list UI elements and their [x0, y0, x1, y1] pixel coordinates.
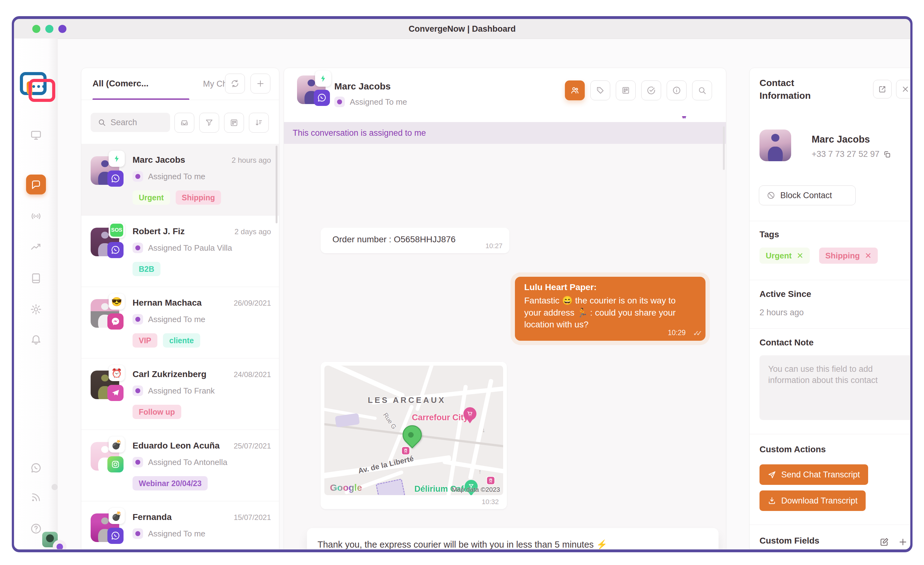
bomb-emoji-badge: 💣 [109, 436, 125, 452]
assign-agent-button[interactable] [565, 80, 585, 100]
message-outgoing[interactable]: Lulu Heart Paper: Fantastic 😄 the courie… [515, 277, 705, 341]
close-panel-button[interactable] [896, 80, 910, 98]
chat-list-item[interactable]: ⏰ Carl Zukrizenberg 24/08/2021 Assigned … [81, 358, 279, 430]
telegram-channel-badge-icon [107, 385, 123, 401]
dashboard-icon[interactable] [30, 129, 42, 141]
tab-all-conversations[interactable]: All (Comerc... [93, 78, 148, 89]
divider [750, 524, 910, 525]
sort-button[interactable] [249, 113, 269, 133]
traffic-light-minimize[interactable] [45, 25, 53, 33]
assigned-label: Assigned To me [148, 529, 206, 539]
paper-plane-icon [768, 470, 776, 479]
traffic-light-zoom[interactable] [58, 25, 66, 33]
message-location[interactable]: LES ARCEAUX Rue G Carrefour City ↓ ↑ Av.… [321, 362, 507, 509]
download-transcript-button[interactable]: Download Transcript [759, 490, 866, 511]
remove-tag-icon[interactable]: ✕ [797, 251, 804, 261]
external-link-icon [878, 85, 887, 93]
map-park [335, 413, 360, 427]
search-input[interactable]: Search [91, 113, 170, 132]
conversation-scrollbar[interactable] [723, 126, 725, 170]
divider [750, 280, 910, 280]
message-time: 10:27 [485, 242, 502, 250]
message-text: Order number : O5658HHJJ876 [332, 234, 456, 245]
message-time: 10:32 [482, 498, 499, 506]
knowledge-base-icon[interactable] [30, 272, 42, 284]
google-logo: Google [330, 482, 362, 493]
assigned-dot [132, 457, 143, 467]
search-conversation-button[interactable] [692, 80, 712, 100]
logo-dots [32, 85, 45, 88]
whatsapp-channel-badge-icon [107, 528, 123, 544]
tag-icon [596, 86, 605, 95]
tag-webinar[interactable]: Webinar 20/04/23 [132, 476, 208, 490]
chat-list-item[interactable]: SOS Robert J. Fiz 2 days ago Assigned To… [81, 215, 279, 287]
whatsapp-channel-icon[interactable] [30, 462, 42, 474]
chat-list-item[interactable]: 💣 Eduardo Leon Acuña 25/07/2021 Assigned… [81, 430, 279, 501]
analytics-icon[interactable] [30, 241, 42, 253]
inbox-filter-button[interactable] [174, 113, 194, 133]
map-street-label: Rue G [382, 412, 398, 431]
contact-name: Fernanda [132, 512, 172, 522]
contact-name: Carl Zukrizenberg [132, 369, 206, 379]
chat-list-item[interactable]: 💣 Fernanda 15/07/2021 Assigned To me [81, 501, 279, 549]
block-contact-button[interactable]: Block Contact [759, 185, 856, 205]
add-custom-field-button[interactable] [898, 537, 909, 548]
message-incoming[interactable]: Order number : O5658HHJJ876 10:27 [321, 228, 509, 253]
assigned-dot [132, 243, 143, 253]
window-title: ConvergeNow | Dashboard [408, 24, 516, 34]
refresh-button[interactable] [225, 74, 245, 93]
tag-shipping[interactable]: Shipping [176, 191, 221, 205]
filter-button[interactable] [199, 113, 219, 133]
tag-cliente[interactable]: cliente [163, 333, 200, 347]
tag-urgent[interactable]: Urgent [132, 191, 170, 205]
map-area-label: LES ARCEAUX [368, 395, 446, 405]
copy-icon[interactable] [883, 150, 891, 158]
send-transcript-button[interactable]: Send Chat Transcript [759, 464, 868, 485]
kanban-icon [230, 118, 238, 127]
chat-list-item[interactable]: Marc Jacobs 2 hours ago Assigned To me U… [81, 144, 279, 215]
traffic-light-close[interactable] [32, 25, 40, 33]
settings-icon[interactable] [30, 304, 42, 315]
remove-tag-icon[interactable]: ✕ [865, 251, 872, 261]
tags-section-title: Tags [759, 230, 779, 239]
edit-icon [879, 537, 889, 547]
lightning-badge-icon [315, 71, 331, 87]
whatsapp-channel-badge-icon [314, 90, 330, 106]
sos-badge: SOS [109, 222, 125, 238]
chat-time: 25/07/2021 [231, 441, 271, 451]
help-icon[interactable] [30, 523, 42, 535]
contact-name: Hernan Machaca [132, 298, 202, 308]
active-since-value: 2 hours ago [759, 308, 804, 317]
contact-name: Eduardo Leon Acuña [132, 441, 220, 451]
tag-urgent[interactable]: Urgent✕ [759, 248, 810, 264]
assigned-dot [132, 171, 143, 182]
edit-custom-fields-button[interactable] [879, 537, 890, 548]
messenger-channel-badge-icon [107, 313, 123, 329]
chat-time: 26/09/2021 [231, 299, 271, 308]
status-feed-icon[interactable] [30, 491, 42, 503]
tag-vip[interactable]: VIP [132, 333, 158, 347]
tag-b2b[interactable]: B2B [132, 262, 160, 276]
broadcast-icon[interactable] [30, 210, 42, 222]
contact-note-input[interactable]: You can use this field to add informatio… [759, 355, 910, 420]
composer-input[interactable]: Thank you, the express courier will be w… [318, 539, 608, 549]
new-chat-button[interactable] [250, 74, 270, 93]
app-logo[interactable] [20, 72, 52, 99]
custom-actions-title: Custom Actions [759, 445, 826, 454]
search-icon [698, 86, 707, 95]
tag-follow-up[interactable]: Follow up [132, 405, 181, 419]
chat-list-scrollbar[interactable] [276, 146, 278, 223]
chat-list-item[interactable]: 😎 Hernan Machaca 26/09/2021 Assigned To … [81, 287, 279, 358]
refresh-icon [230, 79, 240, 88]
notifications-icon[interactable] [30, 333, 42, 345]
contact-avatar [759, 129, 791, 161]
tags-button[interactable] [590, 80, 610, 100]
board-view-button[interactable] [224, 113, 244, 133]
board-button[interactable] [616, 80, 636, 100]
map-image[interactable]: LES ARCEAUX Rue G Carrefour City ↓ ↑ Av.… [324, 365, 503, 495]
chats-nav-active[interactable] [26, 174, 46, 194]
open-contact-button[interactable] [873, 80, 892, 98]
resolve-button[interactable] [641, 80, 661, 100]
info-button[interactable] [667, 80, 687, 100]
tag-shipping[interactable]: Shipping✕ [819, 248, 878, 264]
